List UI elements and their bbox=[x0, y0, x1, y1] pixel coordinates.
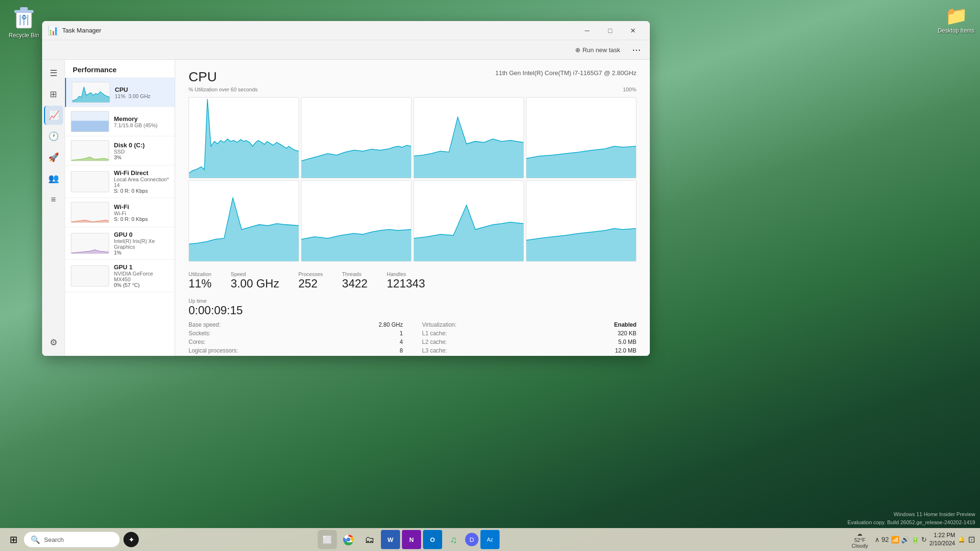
gpu0-info: GPU 0 Intel(R) Iris(R) Xe Graphics 1% bbox=[114, 231, 169, 255]
recycle-bin[interactable]: ♻ Recycle Bin bbox=[5, 5, 43, 39]
sync-icon: ↻ bbox=[921, 536, 927, 543]
system-tray[interactable]: ∧ 92 📶 🔊 🔋 ↻ bbox=[875, 536, 927, 543]
wifi-icon: 📶 bbox=[891, 536, 899, 543]
taskbar-files[interactable]: 🗂 bbox=[360, 530, 379, 549]
cores-row: Cores: 4 bbox=[189, 338, 403, 346]
l2-key: L2 cache: bbox=[422, 339, 447, 345]
perf-item-disk[interactable]: Disk 0 (C:) SSD 3% bbox=[65, 136, 175, 165]
sidebar-settings[interactable]: ⚙ bbox=[44, 333, 63, 352]
handles-value: 121343 bbox=[387, 277, 425, 290]
cpu-graph-6 bbox=[301, 180, 412, 262]
sidebar-users[interactable]: 👥 bbox=[44, 169, 63, 188]
cores-key: Cores: bbox=[189, 339, 205, 345]
search-bar[interactable]: 🔍 Search bbox=[24, 532, 120, 547]
speed-value: 3.00 GHz bbox=[231, 277, 279, 290]
desktop-items-folder[interactable]: 📁 Desktop Items bbox=[937, 5, 975, 34]
maximize-button[interactable]: □ bbox=[599, 23, 621, 38]
cpu-main-header: CPU 11th Gen Intel(R) Core(TM) i7-1165G7… bbox=[189, 69, 636, 85]
perf-item-cpu[interactable]: CPU 11% 3.00 GHz bbox=[65, 78, 175, 107]
logical-key: Logical processors: bbox=[189, 347, 238, 354]
folder-icon: 📁 bbox=[944, 5, 968, 26]
threads-stat: Threads 3422 bbox=[342, 271, 368, 290]
perf-item-memory[interactable]: Memory 7.1/15.8 GB (45%) bbox=[65, 107, 175, 136]
weather-icon: ☁ bbox=[857, 531, 862, 537]
taskbar-spotify[interactable]: ♫ bbox=[444, 530, 463, 549]
battery-icon: 🔋 bbox=[911, 536, 919, 543]
disk-val: 3% bbox=[114, 154, 169, 160]
taskbar-outlook[interactable]: O bbox=[423, 530, 442, 549]
performance-header: Performance bbox=[65, 60, 175, 78]
time-display[interactable]: 1:22 PM 2/10/2024 bbox=[930, 531, 955, 548]
perf-item-gpu0[interactable]: GPU 0 Intel(R) Iris(R) Xe Graphics 1% bbox=[65, 227, 175, 260]
run-new-task-button[interactable]: ⊕ Run new task bbox=[570, 44, 625, 55]
sidebar-overview[interactable]: ⊞ bbox=[44, 85, 63, 104]
cpu-graph-1 bbox=[189, 97, 299, 178]
wifi-name: Wi-Fi bbox=[114, 203, 169, 210]
util-value: 11% bbox=[189, 277, 212, 290]
disk-sub: SSD bbox=[114, 149, 169, 154]
sidebar-menu-toggle[interactable]: ☰ bbox=[44, 64, 63, 83]
perf-item-wifi[interactable]: Wi-Fi Wi-Fi S: 0 R: 0 Kbps bbox=[65, 198, 175, 227]
minimize-button[interactable]: ─ bbox=[576, 23, 598, 38]
speed-stat: Speed 3.00 GHz bbox=[231, 271, 279, 290]
sidebar-details[interactable]: ≡ bbox=[44, 190, 63, 209]
disk-thumb bbox=[71, 140, 109, 161]
cpu-graph-2 bbox=[301, 97, 412, 178]
l3-key: L3 cache: bbox=[422, 347, 447, 354]
wifi-thumb bbox=[71, 202, 109, 223]
disk-info: Disk 0 (C:) SSD 3% bbox=[114, 142, 169, 160]
cpu-info: CPU 11% 3.00 GHz bbox=[115, 86, 169, 99]
desktop-items-label: Desktop Items bbox=[938, 27, 975, 34]
cpu-graph-5 bbox=[189, 180, 299, 262]
memory-thumb bbox=[71, 111, 109, 132]
cpu-graph-8 bbox=[526, 180, 636, 262]
l2-val: 5.0 MB bbox=[618, 339, 636, 345]
notification-icon[interactable]: 🔔 bbox=[958, 536, 965, 543]
handles-label: Handles bbox=[387, 271, 425, 277]
start-button[interactable]: ⊞ bbox=[5, 531, 22, 548]
volume-icon: 🔊 bbox=[901, 536, 909, 543]
toolbar: ⊕ Run new task ⋯ bbox=[42, 40, 650, 60]
task-manager-icon: 📊 bbox=[48, 25, 58, 36]
more-options-button[interactable]: ⋯ bbox=[629, 42, 644, 57]
svg-point-31 bbox=[346, 538, 350, 541]
gpu0-sub: Intel(R) Iris(R) Xe Graphics bbox=[114, 238, 169, 250]
threads-value: 3422 bbox=[342, 277, 368, 290]
recycle-bin-icon: ♻ bbox=[12, 5, 36, 31]
base-speed-key: Base speed: bbox=[189, 321, 221, 328]
close-button[interactable]: ✕ bbox=[622, 23, 644, 38]
taskbar-discord[interactable]: D bbox=[465, 533, 479, 546]
cpu-graph-4 bbox=[526, 97, 636, 178]
titlebar-title: Task Manager bbox=[62, 27, 576, 34]
quick-settings-icon[interactable]: ⊡ bbox=[968, 534, 975, 545]
taskbar-task-view[interactable]: ⬜ bbox=[318, 530, 337, 549]
base-speed-row: Base speed: 2.80 GHz bbox=[189, 321, 403, 329]
util-label: Utilization bbox=[189, 271, 212, 277]
gpu1-name: GPU 1 bbox=[114, 264, 169, 271]
processes-label: Processes bbox=[298, 271, 323, 277]
l1-val: 320 KB bbox=[618, 330, 636, 337]
disk-name: Disk 0 (C:) bbox=[114, 142, 169, 149]
recycle-bin-label: Recycle Bin bbox=[9, 32, 39, 39]
taskbar-chrome[interactable] bbox=[339, 530, 358, 549]
taskbar-ai[interactable]: ✦ bbox=[122, 530, 141, 549]
uptime-value: 0:00:09:15 bbox=[189, 304, 636, 317]
sidebar-startup[interactable]: 🚀 bbox=[44, 148, 63, 167]
sidebar-performance[interactable]: 📈 bbox=[44, 106, 63, 125]
gpu1-thumb bbox=[71, 265, 109, 287]
tray-up-arrow[interactable]: ∧ bbox=[875, 536, 880, 543]
taskbar-onenote[interactable]: N bbox=[402, 530, 421, 549]
l1-key: L1 cache: bbox=[422, 330, 447, 337]
gpu0-val: 1% bbox=[114, 250, 169, 255]
sockets-row: Sockets: 1 bbox=[189, 330, 403, 337]
threads-label: Threads bbox=[342, 271, 368, 277]
taskbar-azure[interactable]: Az bbox=[480, 530, 500, 549]
sockets-key: Sockets: bbox=[189, 330, 211, 337]
taskbar-word[interactable]: W bbox=[381, 530, 400, 549]
perf-item-wifi-direct[interactable]: Wi-Fi Direct Local Area Connection* 14 S… bbox=[65, 165, 175, 198]
search-icon: 🔍 bbox=[31, 535, 40, 544]
sidebar-history[interactable]: 🕐 bbox=[44, 127, 63, 146]
weather-widget[interactable]: ☁ 52°F Cloudy bbox=[852, 531, 868, 549]
perf-item-gpu1[interactable]: GPU 1 NVIDIA GeForce MX450 0% (57 °C) bbox=[65, 260, 175, 292]
cpu-sub: 11% 3.00 GHz bbox=[115, 93, 169, 99]
